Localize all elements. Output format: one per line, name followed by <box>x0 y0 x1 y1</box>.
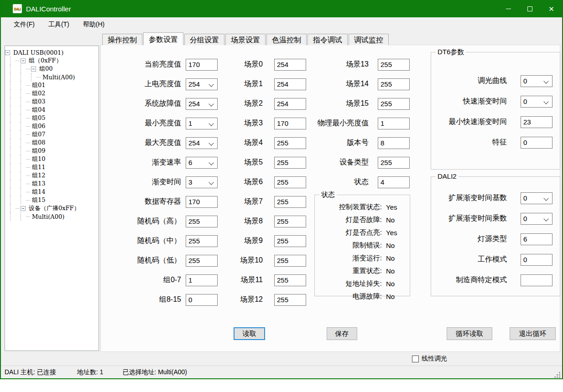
close-button[interactable]: ✕ <box>541 0 562 17</box>
input-场景14[interactable] <box>378 78 410 90</box>
form-row: 当前亮度值 <box>110 55 218 74</box>
tab-1[interactable]: 参数设置 <box>143 32 183 45</box>
input-场景9[interactable] <box>274 235 306 247</box>
input-当前亮度值[interactable] <box>186 59 218 71</box>
tree-item[interactable]: 组03 <box>5 98 99 106</box>
field-label: 随机码（中） <box>110 236 181 246</box>
dropdown-渐变速率[interactable]: 6 <box>186 157 218 169</box>
input-场景0[interactable] <box>274 59 306 71</box>
input-场景10[interactable] <box>274 255 306 267</box>
input-物理最小亮度值[interactable] <box>378 118 410 129</box>
tree-item[interactable]: 组13 <box>5 180 99 188</box>
dropdown-扩展渐变时间乘数[interactable]: 0 <box>521 213 553 225</box>
input-场景11[interactable] <box>274 274 306 286</box>
input-场景3[interactable] <box>274 118 306 129</box>
input-设备类型[interactable] <box>378 157 410 169</box>
dropdown-调光曲线[interactable]: 0 <box>521 75 553 87</box>
tree-item[interactable]: 组15 <box>5 196 99 204</box>
input-随机码（低）[interactable] <box>186 255 218 267</box>
linear-dimming-checkbox[interactable] <box>412 356 419 362</box>
tab-6[interactable]: 调试监控 <box>349 34 389 45</box>
read-button[interactable]: 读取 <box>234 327 265 340</box>
maximize-button[interactable] <box>519 0 541 17</box>
tree-item[interactable]: 组04 <box>5 106 99 114</box>
input-数据寄存器[interactable] <box>186 196 218 208</box>
dt6-groupbox: DT6参数 调光曲线0快速渐变时间0最小快速渐变时间特征 <box>431 52 560 170</box>
input-场景5[interactable] <box>274 157 306 169</box>
tree-item[interactable]: 设备（广播0xFF） <box>5 204 99 212</box>
tree-collapse-icon[interactable] <box>31 67 36 72</box>
tree-item[interactable]: 组（0xFF） <box>5 57 99 65</box>
tab-4[interactable]: 色温控制 <box>266 34 307 45</box>
dropdown-快速渐变时间[interactable]: 0 <box>521 96 553 108</box>
form-row: 最大亮度值254 <box>110 133 218 153</box>
status-label: 渐变运行: <box>315 254 382 263</box>
exit-loop-button[interactable]: 退出循环 <box>510 327 556 340</box>
field-label: 场景13 <box>315 60 369 69</box>
input-随机码（中）[interactable] <box>186 235 218 247</box>
input-制造商特定模式[interactable] <box>521 274 553 286</box>
tree-item[interactable]: 组00 <box>5 65 99 73</box>
tree-item[interactable]: 组09 <box>5 147 99 155</box>
dropdown-渐变时间[interactable]: 3 <box>186 176 218 188</box>
input-工作模式[interactable] <box>521 254 553 266</box>
tree-item[interactable]: 组10 <box>5 155 99 163</box>
menu-item-2[interactable]: 帮助(H) <box>76 18 111 31</box>
input-版本号[interactable] <box>378 137 410 149</box>
input-场景13[interactable] <box>378 59 410 71</box>
field-label: 场景10 <box>219 256 263 265</box>
tree-item[interactable]: 组12 <box>5 171 99 180</box>
tree-item[interactable]: 组08 <box>5 139 99 147</box>
tree-item[interactable]: 组07 <box>5 130 99 139</box>
tree-collapse-icon[interactable] <box>21 58 26 63</box>
tree-item-label: Multi(A00) <box>42 74 76 81</box>
input-场景12[interactable] <box>274 294 306 306</box>
dropdown-上电亮度值[interactable]: 254 <box>186 78 218 90</box>
tree-item[interactable]: 组05 <box>5 114 99 122</box>
resize-grip[interactable] <box>554 371 561 378</box>
dropdown-扩展渐变时间基数[interactable]: 0 <box>521 192 553 204</box>
tree-item[interactable]: 组02 <box>5 89 99 98</box>
tab-2[interactable]: 分组设置 <box>184 34 224 45</box>
input-组8-15[interactable] <box>186 294 218 306</box>
tree-item[interactable]: Multi(A00) <box>5 212 99 221</box>
minimize-button[interactable] <box>498 0 519 17</box>
input-场景15[interactable] <box>378 98 410 110</box>
input-场景6[interactable] <box>274 176 306 188</box>
field-label: 版本号 <box>315 138 369 148</box>
input-场景8[interactable] <box>274 216 306 227</box>
tree-item[interactable]: Multi(A00) <box>5 73 99 81</box>
tree-item[interactable]: 组11 <box>5 163 99 171</box>
parameter-column-1: 当前亮度值上电亮度值254系统故障值254最小亮度值1最大亮度值254渐变速率6… <box>110 55 218 309</box>
input-最小快速渐变时间[interactable] <box>521 116 553 128</box>
tree-item[interactable]: 组06 <box>5 122 99 130</box>
tree-item[interactable]: 组01 <box>5 81 99 89</box>
dropdown-系统故障值[interactable]: 254 <box>186 98 218 110</box>
status-value: No <box>386 254 395 262</box>
status-row: 渐变运行:No <box>315 252 410 264</box>
loop-read-button[interactable]: 循环读取 <box>447 327 492 340</box>
input-状态[interactable] <box>378 176 410 188</box>
linear-dimming-option[interactable]: 线性调光 <box>412 355 447 363</box>
dropdown-最小亮度值[interactable]: 1 <box>186 118 218 129</box>
dropdown-最大亮度值[interactable]: 254 <box>186 137 218 149</box>
tree-item[interactable]: DALI USB(0001) <box>5 48 99 57</box>
menu-item-0[interactable]: 文件(F) <box>7 18 42 31</box>
input-灯源类型[interactable] <box>521 233 553 245</box>
tree-item[interactable]: 组14 <box>5 188 99 196</box>
menu-item-1[interactable]: 工具(T) <box>42 18 76 31</box>
tab-0[interactable]: 操作控制 <box>102 34 142 45</box>
input-场景7[interactable] <box>274 196 306 208</box>
input-组0-7[interactable] <box>186 274 218 286</box>
input-场景1[interactable] <box>274 78 306 90</box>
tree-collapse-icon[interactable] <box>5 50 10 55</box>
tab-3[interactable]: 场景设置 <box>225 34 266 45</box>
tree-item-label: 组（0xFF） <box>28 57 63 65</box>
input-场景4[interactable] <box>274 137 306 149</box>
input-场景2[interactable] <box>274 98 306 110</box>
input-特征[interactable] <box>521 137 553 149</box>
save-button[interactable]: 保存 <box>327 327 357 340</box>
tab-5[interactable]: 指令调试 <box>308 34 348 45</box>
tree-collapse-icon[interactable] <box>21 206 26 211</box>
input-随机码（高）[interactable] <box>186 216 218 227</box>
